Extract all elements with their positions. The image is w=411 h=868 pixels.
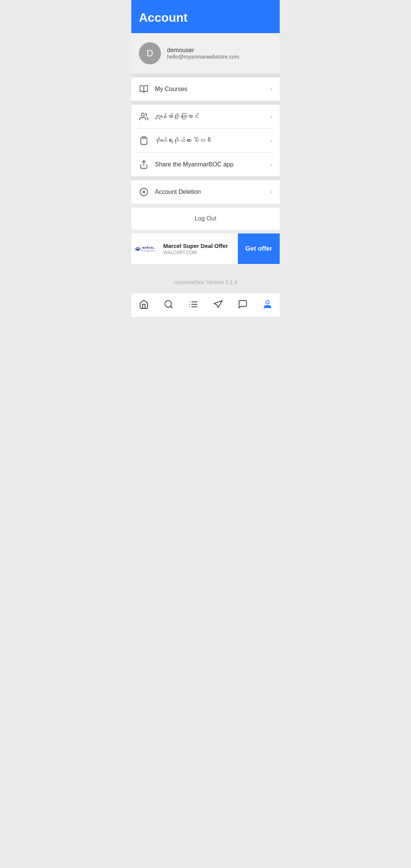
profile-username: demouser	[167, 47, 239, 54]
profile-email: hello@myanmarwebstore.com	[167, 54, 239, 60]
share-label: Share the MyanmarBOC app	[155, 161, 270, 168]
coupon-label: ကိုယ်ရေးကိုယ်တာ ပေါ်လစီ	[155, 137, 270, 144]
menu-item-coupon[interactable]: ကိုယ်ရေးကိုယ်တာ ပေါ်လစီ ›	[131, 129, 280, 152]
profile-section: D demouser hello@myanmarwebstore.com	[131, 33, 280, 74]
menu-item-share[interactable]: Share the MyanmarBOC app ›	[131, 153, 280, 176]
header: Account	[131, 0, 280, 33]
menu-section-1: My Courses ›	[131, 77, 280, 101]
chevron-icon-deletion: ›	[270, 189, 272, 195]
users-icon	[139, 112, 149, 121]
ad-title: Marcel Super Deal Offer	[163, 243, 233, 249]
svg-marker-9	[135, 250, 135, 251]
avatar: D	[139, 42, 161, 64]
svg-line-11	[170, 306, 172, 308]
chat-icon	[238, 299, 248, 309]
menu-section-3: Account Deletion ›	[131, 180, 280, 204]
logout-section: Log Out	[131, 208, 280, 230]
home-icon	[139, 299, 149, 309]
chevron-icon-refer: ›	[270, 113, 272, 120]
nav-item-account[interactable]	[258, 298, 277, 311]
book-icon	[139, 84, 149, 94]
nav-item-chat[interactable]	[233, 298, 252, 311]
nav-item-announce[interactable]	[209, 298, 228, 311]
menu-item-refer-friend[interactable]: ကျွန်တော်တို့ အကြောင်း ›	[131, 105, 280, 128]
profile-info: demouser hello@myanmarwebstore.com	[167, 47, 239, 60]
refer-friend-label: ကျွန်တော်တို့ အကြောင်း	[155, 113, 270, 120]
chevron-icon-coupon: ›	[270, 137, 272, 144]
section-divider-3	[131, 176, 280, 180]
ad-content: Marcel Super Deal Offer WALCART.COM	[159, 240, 238, 258]
menu-item-my-courses[interactable]: My Courses ›	[131, 77, 280, 101]
bottom-nav	[131, 293, 280, 317]
ad-banner: MARCELRefrigerator Marcel Super Deal Off…	[131, 233, 280, 264]
section-divider-1	[131, 74, 280, 77]
clipboard-icon	[139, 136, 149, 145]
person-icon	[263, 299, 272, 309]
marcel-text: MARCELRefrigerator	[141, 246, 156, 252]
chevron-icon-courses: ›	[270, 86, 272, 93]
svg-rect-1	[142, 137, 145, 138]
marcel-logo-svg	[134, 245, 141, 253]
chevron-icon-share: ›	[270, 161, 272, 168]
section-divider-2	[131, 101, 280, 105]
list-icon	[188, 299, 198, 309]
nav-item-home[interactable]	[134, 298, 153, 311]
my-courses-label: My Courses	[155, 86, 270, 93]
nav-item-search[interactable]	[159, 298, 178, 311]
announce-icon	[213, 299, 223, 309]
svg-point-18	[266, 301, 269, 304]
page-title: Account	[139, 11, 272, 25]
menu-item-account-deletion[interactable]: Account Deletion ›	[131, 180, 280, 204]
ad-logo: MARCELRefrigerator	[131, 233, 159, 264]
menu-section-2: ကျွန်တော်တို့ အကြောင်း › ကိုယ်ရေးကိုယ်တာ…	[131, 105, 280, 176]
get-offer-button[interactable]: Get offer	[238, 233, 280, 264]
ad-subtitle: WALCART.COM	[163, 250, 233, 255]
version-text: myanmarboc Version 1.1.4	[131, 264, 280, 293]
logout-button[interactable]: Log Out	[131, 208, 280, 230]
svg-point-0	[141, 113, 144, 116]
nav-item-list[interactable]	[184, 298, 203, 311]
x-circle-icon	[139, 187, 149, 197]
account-deletion-label: Account Deletion	[155, 189, 270, 195]
search-icon	[164, 299, 174, 309]
share-icon	[139, 160, 149, 169]
